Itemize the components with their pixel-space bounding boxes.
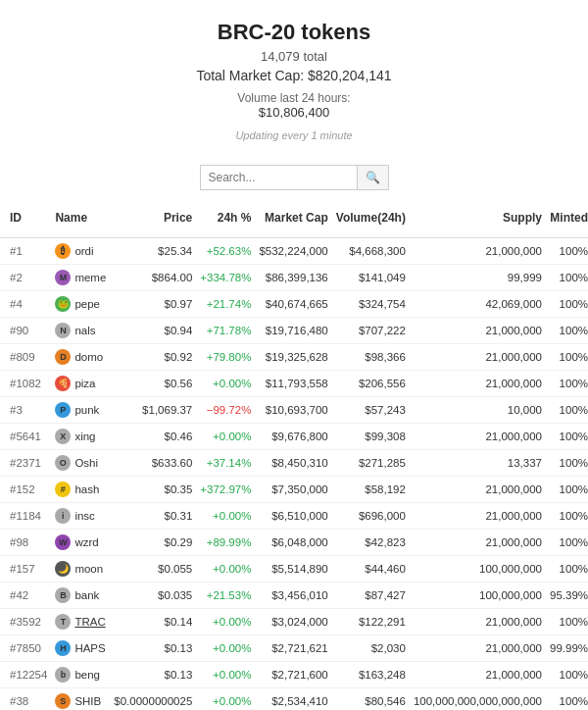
cell-change: +334.78% [196,265,255,291]
token-name: meme [74,272,106,283]
market-cap-label: Total Market Cap: [196,68,304,83]
market-cap-line: Total Market Cap: $820,204,141 [10,68,578,83]
cell-minted: 100% [546,238,588,265]
cell-minted: 100% [546,477,588,503]
cell-name: b beng [51,662,110,688]
cell-price: $0.46 [110,424,196,450]
cell-market-cap: $40,674,665 [255,291,331,318]
cell-volume: $98,366 [332,344,410,371]
table-row: #12254 b beng $0.13 +0.00% $2,721,600 $1… [0,662,588,688]
cell-market-cap: $3,456,010 [255,583,331,609]
cell-id: #98 [0,530,51,556]
token-icon: D [55,349,71,365]
col-volume: Volume(24h) [332,198,410,238]
table-row: #42 B bank $0.035 +21.53% $3,456,010 $87… [0,583,588,609]
cell-name: W wzrd [51,530,110,556]
cell-volume: $271,285 [332,450,410,477]
cell-change: +52.63% [196,238,255,265]
cell-price: $633.60 [110,450,196,477]
cell-volume: $42,823 [332,530,410,556]
volume-label: Volume last 24 hours: [10,91,578,105]
token-icon: P [55,402,71,418]
cell-name: # hash [51,477,110,503]
table-row: #157 🌙 moon $0.055 +0.00% $5,514,890 $44… [0,556,588,583]
cell-supply: 10,000 [410,397,546,424]
cell-market-cap: $19,325,628 [255,344,331,371]
table-row: #3592 T TRAC $0.14 +0.00% $3,024,000 $12… [0,609,588,635]
page-title: BRC-20 tokens [10,20,578,45]
cell-change: +0.00% [196,609,255,635]
cell-price: $0.31 [110,503,196,530]
volume-value: $10,806,400 [10,105,578,120]
cell-market-cap: $3,024,000 [255,609,331,635]
token-name: punk [74,404,99,416]
cell-id: #3 [0,397,51,424]
cell-price: $0.035 [110,583,196,609]
cell-price: $0.92 [110,344,196,371]
cell-price: $0.56 [110,371,196,397]
cell-name: ₿ ordi [51,238,110,265]
search-button[interactable]: 🔍 [357,165,389,190]
token-icon: S [55,693,71,709]
table-row: #5641 X xing $0.46 +0.00% $9,676,800 $99… [0,424,588,450]
cell-id: #12254 [0,662,51,688]
cell-change: +21.74% [196,291,255,318]
cell-id: #809 [0,344,51,371]
cell-market-cap: $9,676,800 [255,424,331,450]
cell-name: N nals [51,318,110,344]
cell-supply: 42,069,000 [410,291,546,318]
cell-minted: 100% [546,424,588,450]
cell-supply: 21,000,000 [410,662,546,688]
cell-change: +0.00% [196,688,255,711]
cell-change: +71.78% [196,318,255,344]
cell-price: $0.35 [110,477,196,503]
cell-minted: 95.39% [546,583,588,609]
cell-change: +0.00% [196,662,255,688]
token-name: SHIB [74,695,101,707]
token-icon: M [55,270,71,285]
token-icon: O [55,455,71,471]
cell-market-cap: $19,716,480 [255,318,331,344]
cell-market-cap: $10,693,700 [255,397,331,424]
cell-id: #2 [0,265,51,291]
token-name: Oshi [74,457,98,469]
market-cap-value: $820,204,141 [308,68,392,83]
token-icon: W [55,534,71,550]
cell-price: $0.14 [110,609,196,635]
cell-minted: 100% [546,397,588,424]
cell-supply: 100,000,000,000,000,000 [410,688,546,711]
cell-id: #1 [0,238,51,265]
cell-minted: 100% [546,556,588,583]
token-icon: 🍕 [55,376,71,391]
token-name[interactable]: TRAC [74,616,105,628]
table-row: #7850 H HAPS $0.13 +0.00% $2,721,621 $2,… [0,635,588,662]
col-market-cap: Market Cap [255,198,331,238]
cell-volume: $206,556 [332,371,410,397]
cell-market-cap: $86,399,136 [255,265,331,291]
cell-id: #1184 [0,503,51,530]
cell-volume: $163,248 [332,662,410,688]
search-input[interactable] [200,165,357,190]
cell-minted: 100% [546,344,588,371]
token-name: pepe [74,298,100,310]
cell-minted: 100% [546,265,588,291]
cell-minted: 100% [546,450,588,477]
token-icon: H [55,640,71,656]
table-row: #809 D domo $0.92 +79.80% $19,325,628 $9… [0,344,588,371]
cell-minted: 100% [546,688,588,711]
table-row: #3 P punk $1,069.37 −99.72% $10,693,700 … [0,397,588,424]
cell-supply: 21,000,000 [410,371,546,397]
cell-market-cap: $8,450,310 [255,450,331,477]
cell-name: 🍕 piza [51,371,110,397]
cell-id: #4 [0,291,51,318]
cell-price: $0.94 [110,318,196,344]
cell-supply: 100,000,000 [410,556,546,583]
cell-price: $0.13 [110,635,196,662]
cell-change: +0.00% [196,635,255,662]
token-name: xing [74,431,95,442]
cell-id: #152 [0,477,51,503]
cell-market-cap: $7,350,000 [255,477,331,503]
token-name: hash [74,483,99,495]
cell-name: O Oshi [51,450,110,477]
cell-volume: $141,049 [332,265,410,291]
